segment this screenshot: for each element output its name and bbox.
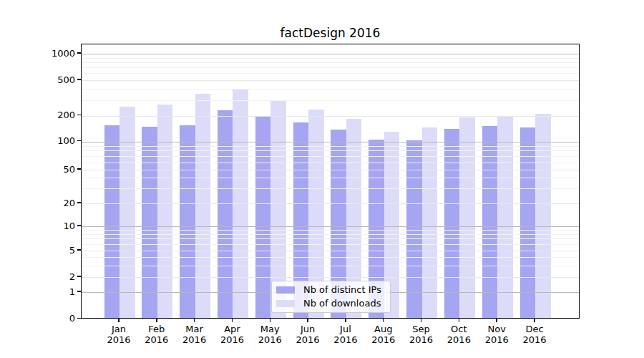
x-tick-mark xyxy=(156,319,157,322)
bar-downloads-mar-2016 xyxy=(195,94,211,318)
y-tick-mark xyxy=(77,202,81,203)
bar-distinct-ips-dec-2016 xyxy=(520,127,536,318)
bar-distinct-ips-jan-2016 xyxy=(104,125,120,318)
x-label-month: Dec xyxy=(513,324,556,334)
x-label-month: Jul xyxy=(324,324,367,334)
y-tick-mark xyxy=(77,140,81,142)
bar-distinct-ips-may-2016 xyxy=(255,116,271,318)
x-label-year: 2016 xyxy=(324,334,367,345)
bar-distinct-ips-feb-2016 xyxy=(142,127,157,318)
y-tick-label: 10 xyxy=(32,221,75,231)
x-label-year: 2016 xyxy=(513,334,556,345)
bar-distinct-ips-apr-2016 xyxy=(218,110,233,318)
bar-downloads-dec-2016 xyxy=(535,114,551,318)
y-tick-mark xyxy=(77,276,81,277)
x-tick-label-jul-2016: Jul2016 xyxy=(324,324,367,345)
x-label-month: Sep xyxy=(400,324,443,334)
x-tick-label-aug-2016: Aug2016 xyxy=(362,324,405,345)
x-label-month: Mar xyxy=(173,324,216,334)
x-label-month: Apr xyxy=(210,324,253,334)
legend-row-downloads: Nb of downloads xyxy=(276,299,384,309)
x-tick-mark xyxy=(459,319,460,322)
x-label-year: 2016 xyxy=(248,334,291,345)
y-tick-mark xyxy=(77,79,81,80)
legend-swatch-distinct-ips xyxy=(276,286,295,294)
x-tick-label-dec-2016: Dec2016 xyxy=(513,324,556,345)
x-tick-label-nov-2016: Nov2016 xyxy=(475,324,518,345)
x-label-month: May xyxy=(248,324,291,334)
y-tick-mark xyxy=(77,225,81,226)
y-tick-label: 200 xyxy=(32,110,75,120)
x-label-month: Jan xyxy=(97,324,140,334)
x-tick-mark xyxy=(383,319,384,322)
y-tick-mark xyxy=(77,168,81,170)
y-tick-label: 20 xyxy=(32,198,75,208)
y-tick-mark xyxy=(77,115,81,116)
legend-row-distinct-ips: Nb of distinct IPs xyxy=(276,285,384,295)
x-label-month: Aug xyxy=(362,324,405,334)
x-label-year: 2016 xyxy=(362,334,405,345)
x-label-year: 2016 xyxy=(286,334,329,345)
y-tick-label: 50 xyxy=(32,165,75,174)
y-tick-mark xyxy=(77,291,81,292)
x-tick-label-apr-2016: Apr2016 xyxy=(210,324,253,345)
legend-swatch-downloads xyxy=(276,300,295,307)
x-tick-label-feb-2016: Feb2016 xyxy=(135,324,178,345)
bar-downloads-jan-2016 xyxy=(119,107,135,318)
x-label-year: 2016 xyxy=(135,334,178,345)
x-label-month: Feb xyxy=(135,324,178,334)
bars-layer xyxy=(82,44,579,318)
x-tick-label-sep-2016: Sep2016 xyxy=(400,324,443,345)
plot-area: Nb of distinct IPs Nb of downloads xyxy=(81,44,580,319)
y-tick-label: 1000 xyxy=(32,49,75,58)
x-label-month: Jun xyxy=(286,324,329,334)
bar-downloads-oct-2016 xyxy=(459,117,475,318)
x-tick-label-oct-2016: Oct2016 xyxy=(437,324,480,345)
bar-downloads-sep-2016 xyxy=(422,127,438,318)
x-tick-mark xyxy=(118,319,119,322)
y-tick-label: 0 xyxy=(32,314,75,323)
y-tick-label: 1 xyxy=(32,287,75,296)
x-label-year: 2016 xyxy=(475,334,518,345)
x-tick-mark xyxy=(270,319,271,322)
bar-distinct-ips-nov-2016 xyxy=(482,126,498,318)
y-tick-mark xyxy=(77,249,81,251)
x-tick-label-jun-2016: Jun2016 xyxy=(286,324,329,345)
x-tick-mark xyxy=(421,319,422,322)
bar-distinct-ips-mar-2016 xyxy=(180,125,195,318)
x-tick-mark xyxy=(307,319,308,322)
bar-downloads-nov-2016 xyxy=(497,117,513,318)
bar-distinct-ips-sep-2016 xyxy=(406,140,422,318)
y-tick-mark xyxy=(77,52,81,54)
x-tick-label-may-2016: May2016 xyxy=(248,324,291,345)
x-label-month: Oct xyxy=(437,324,480,334)
bar-downloads-apr-2016 xyxy=(233,90,248,318)
x-tick-mark xyxy=(496,319,497,322)
x-label-year: 2016 xyxy=(97,334,140,345)
bar-downloads-feb-2016 xyxy=(157,105,173,318)
x-label-year: 2016 xyxy=(400,334,443,345)
legend: Nb of distinct IPs Nb of downloads xyxy=(271,281,391,313)
y-tick-label: 500 xyxy=(32,75,75,84)
x-tick-mark xyxy=(345,319,346,322)
x-tick-mark xyxy=(232,319,233,322)
y-tick-label: 2 xyxy=(32,272,75,281)
legend-label-distinct-ips: Nb of distinct IPs xyxy=(303,285,381,295)
chart-figure: factDesign 2016 Nb of distinct IPs Nb of… xyxy=(0,0,644,358)
legend-label-downloads: Nb of downloads xyxy=(303,299,381,309)
x-tick-mark xyxy=(534,319,535,322)
y-tick-mark xyxy=(77,318,81,319)
x-tick-label-jan-2016: Jan2016 xyxy=(97,324,140,345)
x-label-month: Nov xyxy=(475,324,518,334)
bar-distinct-ips-oct-2016 xyxy=(444,129,460,318)
x-tick-label-mar-2016: Mar2016 xyxy=(173,324,216,345)
y-tick-label: 100 xyxy=(32,136,75,145)
y-tick-label: 5 xyxy=(32,246,75,255)
x-label-year: 2016 xyxy=(437,334,480,345)
x-label-year: 2016 xyxy=(173,334,216,345)
chart-title: factDesign 2016 xyxy=(81,26,580,42)
x-label-year: 2016 xyxy=(210,334,253,345)
x-tick-mark xyxy=(194,319,195,322)
